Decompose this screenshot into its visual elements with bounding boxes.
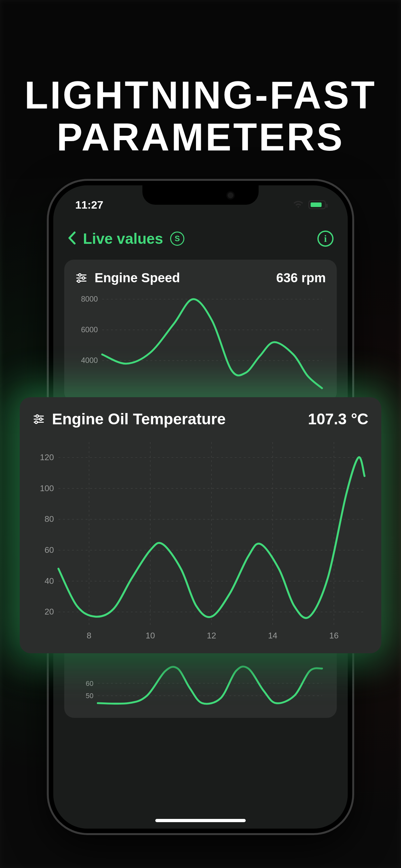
card-engine-speed[interactable]: Engine Speed 636 rpm 400060008000 xyxy=(64,259,337,402)
svg-text:60: 60 xyxy=(86,680,94,687)
s-badge-icon[interactable]: S xyxy=(170,231,184,246)
phone-notch xyxy=(143,185,258,205)
svg-text:8: 8 xyxy=(87,631,91,640)
svg-text:14: 14 xyxy=(268,631,277,640)
nav-row: Live values S i xyxy=(64,216,337,259)
headline-line1: LIGHTNING-FAST xyxy=(19,74,382,116)
svg-text:20: 20 xyxy=(44,607,54,616)
svg-text:50: 50 xyxy=(86,692,94,700)
svg-text:120: 120 xyxy=(40,453,54,462)
svg-text:4000: 4000 xyxy=(81,356,98,365)
svg-point-25 xyxy=(40,418,42,421)
svg-text:6000: 6000 xyxy=(81,326,98,334)
wifi-icon xyxy=(293,198,304,211)
svg-text:10: 10 xyxy=(146,631,155,640)
card-value: 107.3 °C xyxy=(308,410,368,428)
svg-text:16: 16 xyxy=(329,631,339,640)
chart-engine-speed: 400060008000 xyxy=(75,294,326,394)
card-engine-oil[interactable]: Engine Oil Temperature 107.3 °C 20406080… xyxy=(20,397,381,653)
card-title: Engine Speed xyxy=(95,271,180,285)
svg-text:100: 100 xyxy=(40,484,54,493)
svg-text:12: 12 xyxy=(207,631,216,640)
chart-engine-oil: 20406080100120810121416 xyxy=(33,437,368,644)
svg-point-1 xyxy=(79,274,81,276)
sliders-icon[interactable] xyxy=(33,413,45,425)
marketing-headline: LIGHTNING-FAST PARAMETERS xyxy=(0,0,401,158)
info-button[interactable]: i xyxy=(317,230,334,247)
back-chevron-icon[interactable] xyxy=(67,231,76,246)
svg-text:8000: 8000 xyxy=(81,295,98,303)
status-right xyxy=(293,198,326,211)
chart-engine-coolant: 5060 xyxy=(75,654,326,710)
svg-point-23 xyxy=(36,414,38,417)
home-indicator[interactable] xyxy=(155,819,246,822)
status-time: 11:27 xyxy=(75,198,103,211)
battery-icon xyxy=(308,200,326,209)
svg-text:80: 80 xyxy=(44,514,54,524)
sliders-icon[interactable] xyxy=(75,272,88,284)
svg-point-3 xyxy=(82,277,85,279)
card-value: 636 rpm xyxy=(276,271,326,285)
headline-line2: PARAMETERS xyxy=(19,116,382,158)
card-title: Engine Oil Temperature xyxy=(52,410,226,428)
page-title: Live values xyxy=(83,230,163,247)
svg-text:40: 40 xyxy=(44,576,54,586)
svg-point-5 xyxy=(78,280,80,282)
svg-point-27 xyxy=(35,421,37,423)
svg-text:60: 60 xyxy=(44,545,54,555)
